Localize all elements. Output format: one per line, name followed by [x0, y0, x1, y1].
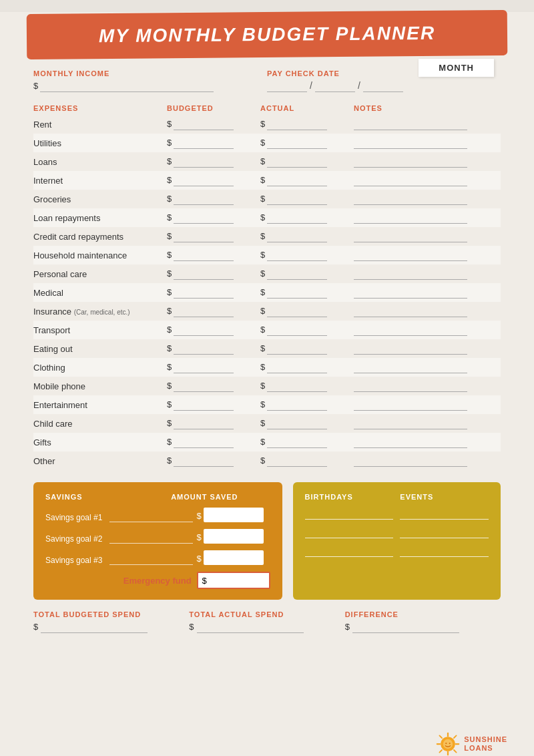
notes-input[interactable]	[354, 343, 467, 355]
actual-input[interactable]	[267, 174, 327, 186]
savings-amount-input[interactable]	[204, 508, 264, 522]
income-dollar: $	[33, 81, 38, 92]
actual-input[interactable]	[267, 399, 327, 411]
notes-input[interactable]	[354, 455, 467, 467]
header-banner: MY MONTHLY BUDGET PLANNER	[27, 10, 508, 59]
budgeted-input[interactable]	[174, 174, 234, 186]
budgeted-input[interactable]	[174, 212, 234, 224]
savings-amount-input[interactable]	[204, 529, 264, 544]
notes-input[interactable]	[354, 118, 467, 130]
paycheck-day[interactable]	[267, 80, 307, 92]
budgeted-input[interactable]	[174, 324, 234, 336]
income-input[interactable]	[40, 80, 214, 92]
event-input[interactable]	[400, 508, 489, 520]
notes-field	[354, 249, 501, 261]
budgeted-field: $	[167, 343, 260, 355]
monthly-income-label: MONTHLY INCOME	[33, 69, 267, 77]
actual-field: $	[260, 193, 354, 205]
notes-input[interactable]	[354, 137, 467, 149]
budgeted-input[interactable]	[174, 193, 234, 205]
savings-amount: $	[197, 508, 270, 522]
actual-field: $	[260, 174, 354, 186]
budgeted-input[interactable]	[174, 118, 234, 130]
budgeted-field: $	[167, 249, 260, 261]
birthday-input[interactable]	[305, 508, 394, 520]
notes-input[interactable]	[354, 249, 467, 261]
notes-input[interactable]	[354, 174, 467, 186]
birthday-input[interactable]	[305, 526, 394, 538]
savings-header-row: SAVINGS AMOUNT SAVED	[45, 493, 270, 501]
notes-input[interactable]	[354, 361, 467, 373]
notes-input[interactable]	[354, 399, 467, 411]
expense-name: Rent	[33, 120, 167, 130]
birthday-input[interactable]	[305, 545, 394, 557]
event-input[interactable]	[400, 526, 489, 538]
budgeted-input[interactable]	[174, 249, 234, 261]
actual-input[interactable]	[267, 230, 327, 242]
notes-input[interactable]	[354, 193, 467, 205]
budgeted-input[interactable]	[174, 230, 234, 242]
notes-input[interactable]	[354, 417, 467, 429]
savings-goal-input[interactable]	[109, 533, 193, 544]
budgeted-input[interactable]	[174, 156, 234, 168]
notes-input[interactable]	[354, 436, 467, 448]
notes-field	[354, 137, 501, 149]
actual-input[interactable]	[267, 268, 327, 280]
budgeted-input[interactable]	[174, 305, 234, 317]
month-box[interactable]: MONTH	[419, 59, 494, 77]
savings-goal-input[interactable]	[109, 512, 193, 522]
budgeted-input[interactable]	[174, 287, 234, 299]
notes-input[interactable]	[354, 324, 467, 336]
notes-input[interactable]	[354, 268, 467, 280]
notes-field	[354, 417, 501, 429]
total-budgeted: TOTAL BUDGETED SPEND $	[33, 610, 189, 633]
actual-input[interactable]	[267, 118, 327, 130]
budgeted-input[interactable]	[174, 417, 234, 429]
budgeted-input[interactable]	[174, 343, 234, 355]
actual-input[interactable]	[267, 455, 327, 467]
actual-input[interactable]	[267, 305, 327, 317]
savings-amount-input[interactable]	[204, 550, 264, 565]
total-budgeted-input[interactable]	[41, 621, 148, 633]
total-budgeted-label: TOTAL BUDGETED SPEND	[33, 610, 189, 618]
notes-input[interactable]	[354, 230, 467, 242]
paycheck-month[interactable]	[315, 80, 355, 92]
actual-input[interactable]	[267, 193, 327, 205]
paycheck-year[interactable]	[363, 80, 403, 92]
expense-rows: Rent $ $ Utilities $ $	[33, 115, 501, 470]
notes-input[interactable]	[354, 287, 467, 299]
actual-input[interactable]	[267, 287, 327, 299]
budgeted-input[interactable]	[174, 380, 234, 392]
budgeted-field: $	[167, 305, 260, 317]
actual-input[interactable]	[267, 137, 327, 149]
budgeted-input[interactable]	[174, 137, 234, 149]
budgeted-field: $	[167, 212, 260, 224]
actual-input[interactable]	[267, 380, 327, 392]
notes-input[interactable]	[354, 212, 467, 224]
budgeted-input[interactable]	[174, 436, 234, 448]
total-difference-input[interactable]	[352, 621, 459, 633]
table-row: Gifts $ $	[33, 433, 501, 451]
savings-goal-input[interactable]	[109, 554, 193, 565]
event-input[interactable]	[400, 545, 489, 557]
actual-input[interactable]	[267, 324, 327, 336]
budgeted-input[interactable]	[174, 399, 234, 411]
total-actual-input[interactable]	[197, 621, 304, 633]
actual-field: $	[260, 156, 354, 168]
birthday-rows	[305, 508, 489, 557]
notes-input[interactable]	[354, 305, 467, 317]
actual-input[interactable]	[267, 249, 327, 261]
actual-input[interactable]	[267, 343, 327, 355]
budgeted-input[interactable]	[174, 361, 234, 373]
notes-input[interactable]	[354, 380, 467, 392]
actual-input[interactable]	[267, 156, 327, 168]
notes-input[interactable]	[354, 156, 467, 168]
actual-input[interactable]	[267, 361, 327, 373]
budgeted-input[interactable]	[174, 268, 234, 280]
actual-input[interactable]	[267, 436, 327, 448]
emergency-field[interactable]: $	[197, 572, 270, 589]
budgeted-input[interactable]	[174, 455, 234, 467]
actual-input[interactable]	[267, 417, 327, 429]
actual-input[interactable]	[267, 212, 327, 224]
savings-rows: Savings goal #1 $ Savings goal #2 $ Savi…	[45, 508, 270, 565]
